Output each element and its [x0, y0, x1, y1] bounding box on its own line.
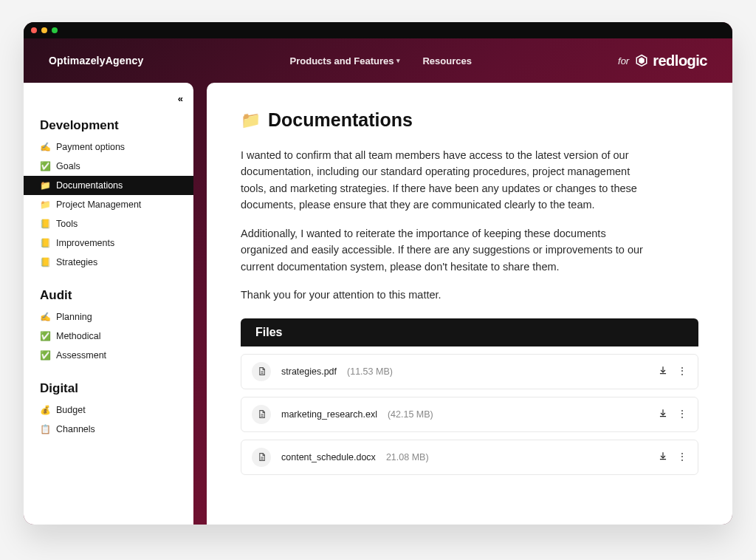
- sidebar-item[interactable]: 📁Project Management: [24, 195, 193, 214]
- sidebar-item-label: Budget: [56, 405, 86, 415]
- files-header: Files: [241, 318, 698, 346]
- sidebar-group-title: Audit: [24, 288, 193, 307]
- file-size: (42.15 MB): [388, 409, 433, 420]
- partner-logo-text: redlogic: [653, 52, 707, 69]
- sidebar-item-label: Planning: [56, 312, 92, 322]
- app-body: « Development✍️Payment options✅Goals📁Doc…: [24, 83, 732, 525]
- sidebar-item[interactable]: ✍️Payment options: [24, 137, 193, 157]
- sidebar-item-label: Improvements: [56, 238, 114, 248]
- sidebar-item-label: Strategies: [56, 257, 97, 267]
- page-title: 📁 Documentations: [241, 109, 698, 131]
- nav-item-label: Resources: [422, 55, 471, 66]
- nav-resources[interactable]: Resources: [422, 55, 471, 66]
- file-name: strategies.pdf: [281, 366, 337, 377]
- sidebar-item-label: Documentations: [56, 180, 123, 191]
- sidebar-group: Development✍️Payment options✅Goals📁Docum…: [24, 118, 193, 272]
- file-actions: ⋮: [658, 408, 687, 420]
- sidebar-item[interactable]: 📒Strategies: [24, 253, 193, 272]
- paragraph: I wanted to confirm that all team member…: [241, 147, 654, 214]
- sidebar-item-label: Goals: [56, 161, 80, 171]
- sidebar-item[interactable]: 📒Tools: [24, 214, 193, 233]
- primary-nav: Products and Features ▾ Resources: [143, 55, 618, 66]
- window-close-icon[interactable]: [31, 27, 37, 33]
- sidebar-item-icon: 📁: [40, 199, 50, 210]
- sidebar-group-title: Development: [24, 118, 193, 137]
- page-body: I wanted to confirm that all team member…: [241, 147, 654, 304]
- sidebar-item-icon: ✅: [40, 331, 50, 341]
- brand-logo[interactable]: OptimazelyAgency: [49, 55, 143, 66]
- sidebar-item[interactable]: ✍️Planning: [24, 307, 193, 327]
- sidebar-item[interactable]: 📋Channels: [24, 420, 193, 439]
- download-button[interactable]: [658, 365, 668, 378]
- partner-logo[interactable]: redlogic: [635, 52, 707, 69]
- paragraph: Thank you for your attention to this mat…: [241, 287, 654, 303]
- files-section: Files strategies.pdf(11.53 MB)⋮marketing…: [241, 318, 698, 475]
- for-label: for: [618, 55, 629, 66]
- sidebar-item-icon: ✅: [40, 161, 50, 171]
- sidebar-group: Audit✍️Planning✅Methodical✅Assessment: [24, 288, 193, 365]
- sidebar-item-label: Project Management: [56, 199, 141, 210]
- top-nav: OptimazelyAgency Products and Features ▾…: [24, 38, 732, 83]
- sidebar-collapse-button[interactable]: «: [178, 93, 183, 104]
- partner-badge: for redlogic: [618, 52, 707, 69]
- sidebar-item-icon: 💰: [40, 405, 50, 415]
- file-actions: ⋮: [658, 365, 687, 378]
- download-button[interactable]: [658, 451, 668, 463]
- sidebar-item-icon: ✍️: [40, 142, 50, 152]
- more-options-button[interactable]: ⋮: [677, 369, 687, 374]
- sidebar-item[interactable]: 💰Budget: [24, 400, 193, 420]
- main-content: 📁 Documentations I wanted to confirm tha…: [207, 83, 732, 525]
- sidebar-item[interactable]: 📒Improvements: [24, 233, 193, 253]
- document-icon: [252, 405, 271, 424]
- sidebar-group-title: Digital: [24, 381, 193, 400]
- sidebar-item[interactable]: ✅Assessment: [24, 346, 193, 365]
- file-size: (11.53 MB): [347, 366, 393, 377]
- sidebar-item-icon: 📁: [40, 180, 50, 191]
- more-options-button[interactable]: ⋮: [677, 412, 687, 417]
- more-options-button[interactable]: ⋮: [677, 455, 687, 460]
- sidebar: « Development✍️Payment options✅Goals📁Doc…: [24, 83, 193, 525]
- chevron-down-icon: ▾: [396, 57, 400, 64]
- partner-mark-icon: [635, 54, 648, 67]
- sidebar-item-icon: ✍️: [40, 312, 50, 322]
- app-window: OptimazelyAgency Products and Features ▾…: [24, 22, 732, 525]
- document-icon: [252, 448, 271, 467]
- folder-icon: 📁: [241, 111, 261, 130]
- file-row[interactable]: strategies.pdf(11.53 MB)⋮: [241, 354, 698, 389]
- sidebar-item[interactable]: ✅Goals: [24, 157, 193, 176]
- file-row[interactable]: content_schedule.docx21.08 MB)⋮: [241, 440, 698, 475]
- sidebar-item-icon: 📋: [40, 424, 50, 434]
- file-name: marketing_research.exl: [281, 409, 377, 420]
- document-icon: [252, 362, 271, 381]
- file-size: 21.08 MB): [386, 452, 429, 462]
- file-row[interactable]: marketing_research.exl(42.15 MB)⋮: [241, 397, 698, 432]
- sidebar-item-label: Methodical: [56, 331, 100, 341]
- window-minimize-icon[interactable]: [41, 27, 47, 33]
- sidebar-item-label: Assessment: [56, 350, 106, 361]
- sidebar-item-label: Payment options: [56, 142, 125, 152]
- sidebar-item[interactable]: 📁Documentations: [24, 176, 193, 195]
- sidebar-item-label: Channels: [56, 424, 95, 434]
- sidebar-item-label: Tools: [56, 219, 78, 229]
- sidebar-item-icon: 📒: [40, 238, 50, 248]
- nav-item-label: Products and Features: [290, 55, 394, 66]
- paragraph: Additionally, I wanted to reiterate the …: [241, 225, 654, 275]
- page-title-text: Documentations: [268, 109, 413, 131]
- sidebar-item[interactable]: ✅Methodical: [24, 327, 193, 346]
- window-titlebar: [24, 22, 732, 38]
- sidebar-item-icon: ✅: [40, 350, 50, 361]
- sidebar-item-icon: 📒: [40, 257, 50, 267]
- file-actions: ⋮: [658, 451, 687, 463]
- nav-products-features[interactable]: Products and Features ▾: [290, 55, 401, 66]
- download-button[interactable]: [658, 408, 668, 420]
- file-name: content_schedule.docx: [281, 452, 376, 462]
- window-zoom-icon[interactable]: [52, 27, 58, 33]
- sidebar-item-icon: 📒: [40, 219, 50, 229]
- sidebar-group: Digital💰Budget📋Channels: [24, 381, 193, 439]
